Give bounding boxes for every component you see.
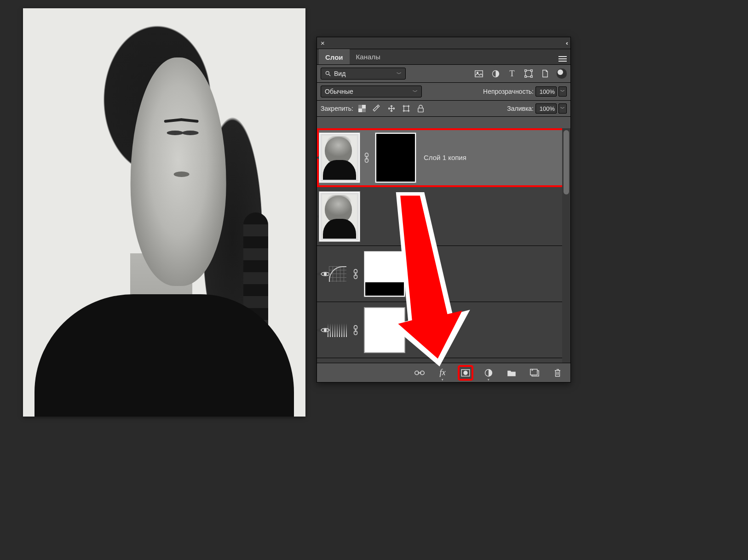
fill-input[interactable]	[535, 103, 557, 114]
filter-shape-icon[interactable]	[524, 69, 534, 79]
layer-row[interactable]	[317, 187, 570, 246]
tab-layers[interactable]: Слои	[319, 49, 350, 64]
add-layer-button[interactable]	[528, 366, 541, 379]
filter-type-icon[interactable]: T	[507, 69, 517, 79]
svg-point-40	[464, 371, 467, 375]
layer-row-adjustment[interactable]: ивые 2	[317, 246, 570, 302]
curves-icon[interactable]	[326, 265, 349, 283]
fill-stepper[interactable]: ﹀	[558, 103, 567, 114]
scrollbar[interactable]	[562, 128, 570, 363]
opacity-label: Непрозрачность:	[483, 88, 534, 95]
layers-panel: × ‹‹ Слои Каналы Вид ﹀ T Обычные ﹀	[316, 37, 571, 383]
chevron-down-icon: ▾	[488, 378, 489, 382]
filter-row: Вид ﹀ T	[317, 65, 570, 83]
add-group-button[interactable]	[505, 366, 518, 379]
layer-name[interactable]: Слой 1 копия	[424, 154, 466, 161]
svg-rect-22	[418, 108, 423, 112]
link-icon[interactable]	[349, 269, 362, 279]
add-mask-button[interactable]	[459, 366, 472, 379]
layer-row-selected[interactable]: Слой 1 копия	[317, 128, 570, 187]
scrollbar-thumb[interactable]	[564, 130, 569, 194]
layer-mask-thumbnail[interactable]	[364, 251, 405, 297]
link-icon[interactable]	[360, 153, 373, 163]
chevron-down-icon: ﹀	[413, 88, 418, 95]
svg-rect-13	[404, 106, 409, 111]
svg-line-1	[329, 74, 331, 76]
svg-rect-8	[525, 76, 527, 78]
svg-rect-42	[530, 369, 537, 375]
filter-adjust-icon[interactable]	[490, 69, 501, 79]
layer-name[interactable]: ивые 2	[413, 270, 435, 278]
canvas-image	[23, 8, 305, 417]
svg-point-28	[324, 273, 327, 275]
chevron-down-icon: ▾	[442, 378, 443, 382]
filter-kind-label: Вид	[334, 70, 345, 77]
opacity-stepper[interactable]: ﹀	[558, 86, 567, 97]
layers-list: Слой 1 копия ивые 2 Уровни 1	[317, 128, 570, 363]
lock-artboard-icon[interactable]	[401, 104, 411, 113]
levels-icon[interactable]	[326, 321, 349, 339]
svg-rect-6	[525, 70, 527, 72]
add-adjustment-button[interactable]: ▾	[482, 366, 495, 379]
lock-pixels-icon[interactable]	[372, 104, 382, 113]
fx-button[interactable]: fx▾	[436, 366, 449, 379]
lock-position-icon[interactable]	[386, 104, 397, 113]
svg-rect-2	[475, 70, 483, 77]
layer-thumbnail[interactable]	[319, 132, 360, 183]
svg-rect-12	[362, 109, 366, 112]
link-icon[interactable]	[349, 325, 362, 335]
svg-rect-7	[531, 70, 533, 72]
delete-layer-button[interactable]	[551, 366, 564, 379]
blend-mode-label: Обычные	[325, 88, 353, 95]
opacity-input[interactable]	[535, 86, 557, 97]
link-layers-button[interactable]	[413, 366, 426, 379]
layers-bottom-bar: fx▾ ▾	[317, 363, 570, 382]
tab-channels[interactable]: Каналы	[350, 49, 387, 64]
layer-thumbnail[interactable]	[319, 191, 360, 242]
blend-mode-select[interactable]: Обычные ﹀	[321, 86, 422, 97]
layer-mask-thumbnail[interactable]	[375, 132, 416, 183]
filter-toggle[interactable]	[557, 69, 567, 79]
filter-pixel-icon[interactable]	[474, 69, 484, 79]
chevron-down-icon: ﹀	[397, 70, 402, 77]
svg-rect-9	[531, 76, 533, 78]
lock-transparency-icon[interactable]	[357, 104, 367, 113]
close-icon[interactable]: ×	[321, 39, 325, 47]
svg-rect-11	[358, 105, 362, 109]
filter-kind-select[interactable]: Вид ﹀	[321, 68, 406, 80]
collapse-icon[interactable]: ‹‹	[566, 40, 567, 46]
fill-label: Заливка:	[507, 105, 534, 112]
blend-row: Обычные ﹀ Непрозрачность: ﹀	[317, 83, 570, 101]
layer-row-adjustment[interactable]: Уровни 1	[317, 302, 570, 358]
lock-row: Закрепить: Заливка: ﹀	[317, 101, 570, 117]
lock-all-icon[interactable]	[416, 104, 426, 113]
panel-menu-icon[interactable]	[558, 53, 567, 61]
portrait-placeholder	[23, 8, 305, 417]
lock-label: Закрепить:	[321, 105, 353, 112]
layer-mask-thumbnail[interactable]	[364, 307, 405, 353]
filter-smart-icon[interactable]	[540, 69, 550, 79]
svg-point-32	[324, 329, 327, 331]
layer-name[interactable]: Уровни 1	[413, 326, 442, 334]
svg-point-0	[326, 71, 329, 74]
